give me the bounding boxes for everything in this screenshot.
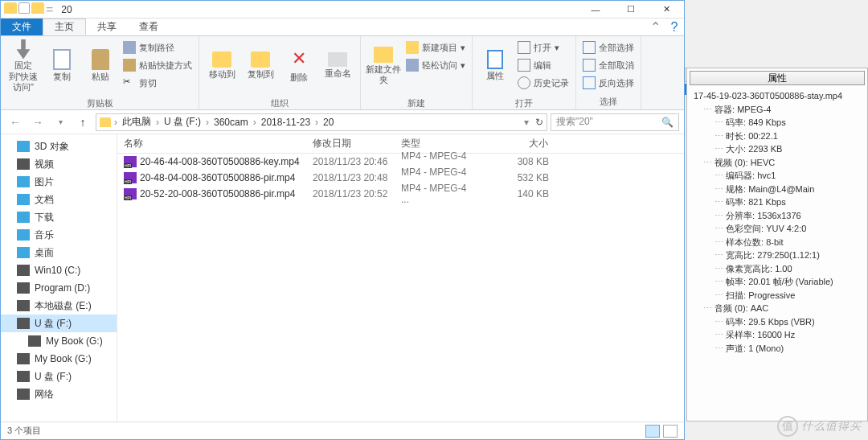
nav-item[interactable]: 本地磁盘 (E:) [1,297,117,315]
select-all-button[interactable]: 全部选择 [581,39,636,56]
easy-access-button[interactable]: 轻松访问 ▾ [404,57,467,73]
nav-item[interactable]: 图片 [1,173,117,191]
delete-button[interactable]: ✕删除 [281,39,317,93]
crumb[interactable]: 360cam [212,117,250,128]
file-row[interactable]: 20-52-20-008-360T0500886-pir.mp42018/11/… [117,186,684,202]
property-line[interactable]: ⋯ 时长: 00:22.1 [690,130,864,143]
property-line[interactable]: ⋯ 大小: 2293 KB [690,142,864,156]
nav-item-label: U 盘 (F:) [35,317,72,331]
crumb[interactable]: U 盘 (F:) [162,115,203,129]
edit-button[interactable]: 编辑 [516,57,571,73]
pin-quick-access-button[interactable]: 固定到"快速访问" [6,39,41,93]
paste-button[interactable]: 粘贴 [83,39,118,93]
rename-button[interactable]: 重命名 [320,39,355,93]
property-line[interactable]: ⋯ 音频 (0): AAC [690,302,864,315]
nav-item[interactable]: Program (D:) [1,279,117,297]
nav-item[interactable]: 桌面 [1,244,117,261]
qat-icon[interactable] [18,2,30,14]
file-menu[interactable]: 文件 [1,19,43,35]
crumb[interactable]: 此电脑 [121,115,153,129]
nav-item[interactable]: U 盘 (F:) [1,368,117,385]
navigation-pane[interactable]: 3D 对象视频图片文档下载音乐桌面Win10 (C:)Program (D:)本… [1,134,117,421]
nav-item-label: My Book (G:) [46,335,103,347]
property-line[interactable]: ⋯ 容器: MPEG-4 [690,103,864,117]
property-line[interactable]: ⋯ 规格: Main@L4@Main [690,183,864,196]
nav-item[interactable]: Win10 (C:) [1,261,117,279]
nav-item-label: 下载 [35,211,54,224]
view-large-icons-icon[interactable] [663,425,678,438]
close-button[interactable]: ✕ [649,1,684,19]
new-folder-button[interactable]: 新建文件夹 [366,39,401,93]
property-line[interactable]: ⋯ 码率: 29.5 Kbps (VBR) [690,315,864,329]
search-input[interactable]: 搜索"20" 🔍 [551,113,679,131]
nav-item-icon [17,158,30,170]
column-size[interactable]: 大小 [483,134,555,153]
nav-recent-button[interactable]: ▾ [51,113,70,132]
tab-view[interactable]: 查看 [128,19,170,35]
addressbar: ← → ▾ ↑ › 此电脑› U 盘 (F:)› 360cam› 2018-11… [1,110,684,134]
new-item-button[interactable]: 新建项目 ▾ [404,39,467,56]
qat-folder-icon[interactable] [31,2,44,14]
select-none-button[interactable]: 全部取消 [581,57,636,73]
crumb[interactable]: 2018-11-23 [260,117,312,128]
maximize-button[interactable]: ☐ [613,1,649,19]
file-list[interactable]: 20-46-44-008-360T0500886-key.mp42018/11/… [117,154,684,421]
nav-item[interactable]: 视频 [1,155,117,173]
nav-item[interactable]: 文档 [1,191,117,208]
property-line[interactable]: ⋯ 宽高比: 279:250(1.12:1) [690,249,864,262]
column-date[interactable]: 修改日期 [306,134,395,153]
copy-button[interactable]: 复制 [44,39,80,93]
column-name[interactable]: 名称 [117,134,306,153]
property-line[interactable]: ⋯ 样本位数: 8-bit [690,236,864,249]
nav-item-icon [17,212,30,223]
address-box[interactable]: › 此电脑› U 盘 (F:)› 360cam› 2018-11-23› 20 … [96,113,547,131]
nav-item[interactable]: 3D 对象 [1,138,117,155]
property-line[interactable]: ⋯ 色彩空间: YUV 4:2:0 [690,222,864,236]
ribbon-expand-icon[interactable]: ⌃ [645,19,665,35]
view-details-icon[interactable] [645,425,660,438]
properties-button[interactable]: 属性 [477,39,513,93]
copy-path-button[interactable]: 复制路径 [121,39,194,56]
crumb[interactable]: 20 [321,117,335,128]
nav-item[interactable]: My Book (G:) [1,332,117,350]
file-name: 20-48-04-008-360T0500886-pir.mp4 [140,172,295,183]
property-line[interactable]: ⋯ 码率: 849 Kbps [690,116,864,130]
status-item-count: 3 个项目 [7,425,41,437]
paste-shortcut-button[interactable]: 粘贴快捷方式 [121,57,194,73]
nav-forward-button[interactable]: → [28,113,47,132]
copy-to-button[interactable]: 复制到 [243,39,278,93]
property-line[interactable]: ⋯ 扫描: Progressive [690,289,864,302]
property-line[interactable]: ⋯ 编码器: hvc1 [690,169,864,183]
minimize-button[interactable]: — [578,1,613,19]
move-to-button[interactable]: 移动到 [204,39,240,93]
watermark: 值 什么值得买 [777,416,862,437]
property-line[interactable]: ⋯ 分辨率: 1536x1376 [690,209,864,223]
tab-share[interactable]: 共享 [86,19,128,35]
help-icon[interactable]: ? [665,19,684,35]
properties-filename[interactable]: 17-45-19-023-360T0500886-stay.mp4 [690,89,864,103]
nav-item[interactable]: 网络 [1,385,117,403]
open-button[interactable]: 打开 ▾ [516,39,571,56]
history-button[interactable]: 历史记录 [516,75,571,91]
nav-item-icon [17,247,30,258]
property-line[interactable]: ⋯ 帧率: 20.01 帧/秒 (Variable) [690,275,864,289]
nav-item[interactable]: My Book (G:) [1,350,117,368]
address-dropdown-icon[interactable]: ▾ [524,117,529,128]
property-line[interactable]: ⋯ 像素宽高比: 1.00 [690,262,864,276]
property-line[interactable]: ⋯ 视频 (0): HEVC [690,156,864,170]
nav-item[interactable]: 音乐 [1,226,117,244]
nav-item[interactable]: U 盘 (F:) [1,315,117,332]
ribbon: 固定到"快速访问" 复制 粘贴 复制路径 粘贴快捷方式 ✂剪切 剪贴板 移动到 … [1,36,684,110]
property-line[interactable]: ⋯ 码率: 821 Kbps [690,195,864,209]
property-line[interactable]: ⋯ 声道: 1 (Mono) [690,342,864,356]
nav-item-icon [17,318,30,329]
tab-home[interactable]: 主页 [43,19,86,35]
nav-up-button[interactable]: ↑ [73,113,92,132]
property-line[interactable]: ⋯ 采样率: 16000 Hz [690,328,864,342]
invert-selection-button[interactable]: 反向选择 [581,75,636,91]
nav-back-button[interactable]: ← [6,113,25,132]
ribbon-label-select: 选择 [576,94,641,109]
refresh-icon[interactable]: ↻ [535,117,543,128]
nav-item[interactable]: 下载 [1,208,117,226]
cut-button[interactable]: ✂剪切 [121,75,194,91]
